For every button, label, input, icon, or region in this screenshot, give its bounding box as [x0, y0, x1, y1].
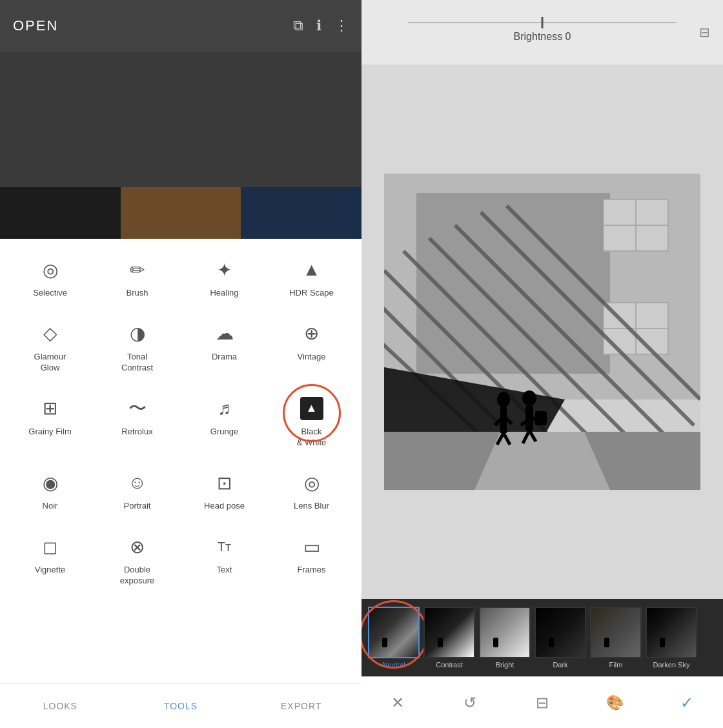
- tool-lens-blur[interactable]: ◎ Lens Blur: [273, 463, 351, 517]
- nav-tools[interactable]: TOOLS: [121, 683, 241, 728]
- selective-icon: [36, 256, 65, 284]
- tool-brush[interactable]: Brush: [99, 250, 176, 304]
- info-icon[interactable]: ℹ: [316, 17, 321, 34]
- bottom-toolbar: ✕ ↺ ⊟ 🎨 ✓: [362, 676, 723, 728]
- image-preview: [0, 52, 362, 239]
- tools-row-2: ◇ GlamourGlow ◑ TonalContrast ☁ Drama ⊕ …: [0, 309, 362, 384]
- filter-film-label: Film: [609, 661, 623, 669]
- retrolux-icon: 〜: [123, 394, 152, 423]
- right-panel: Brightness 0 ⊟: [362, 0, 723, 728]
- filter-darken-sky[interactable]: Darken Sky: [646, 607, 697, 669]
- brush-label: Brush: [127, 288, 148, 299]
- text-icon: Tт: [210, 532, 239, 561]
- tools-row-5: ◻ Vignette ⊗ Doubleexposure Tт Text ▭ Fr…: [0, 522, 362, 597]
- tool-vintage[interactable]: ⊕ Vintage: [273, 314, 351, 379]
- head-pose-icon: ⊡: [210, 469, 239, 497]
- tools-row-1: Selective Brush ✦ Healing ▲ HDR Scape: [0, 245, 362, 309]
- vintage-label: Vintage: [298, 352, 326, 363]
- tonal-contrast-label: TonalContrast: [121, 352, 153, 374]
- filter-contrast[interactable]: Contrast: [423, 607, 475, 669]
- grunge-icon: ♬: [210, 394, 239, 423]
- tools-grid: Selective Brush ✦ Healing ▲ HDR Scape ◇ …: [0, 239, 362, 683]
- tool-selective[interactable]: Selective: [12, 250, 89, 304]
- style-button[interactable]: 🎨: [598, 687, 631, 719]
- tool-tonal-contrast[interactable]: ◑ TonalContrast: [99, 314, 176, 379]
- filter-film-thumb: [590, 607, 642, 658]
- tool-double-exposure[interactable]: ⊗ Doubleexposure: [99, 527, 176, 592]
- tool-grunge[interactable]: ♬ Grunge: [186, 389, 263, 454]
- more-vert-icon[interactable]: ⋮: [334, 17, 349, 34]
- brightness-label: Brightness 0: [514, 31, 571, 43]
- healing-icon: ✦: [210, 256, 239, 284]
- reset-button[interactable]: ↺: [454, 687, 486, 719]
- text-label: Text: [217, 565, 232, 576]
- cancel-button[interactable]: ✕: [382, 687, 414, 719]
- tool-healing[interactable]: ✦ Healing: [186, 250, 263, 304]
- black-white-icon: ▲: [298, 394, 326, 423]
- filter-dark-label: Dark: [553, 661, 567, 669]
- tool-glamour-glow[interactable]: ◇ GlamourGlow: [12, 314, 89, 379]
- tool-frames[interactable]: ▭ Frames: [273, 527, 351, 592]
- tool-hdr-scape[interactable]: ▲ HDR Scape: [273, 250, 351, 304]
- drama-label: Drama: [212, 352, 237, 363]
- nav-looks[interactable]: LOOKS: [0, 683, 121, 728]
- confirm-button[interactable]: ✓: [671, 687, 703, 719]
- svg-point-20: [497, 392, 510, 407]
- svg-rect-32: [535, 411, 547, 425]
- nav-export[interactable]: EXPORT: [241, 683, 362, 728]
- frames-icon: ▭: [298, 532, 326, 561]
- glamour-glow-label: GlamourGlow: [34, 352, 66, 374]
- filter-strip: Neutral Contrast Bright Dark Film: [362, 599, 723, 676]
- filter-neutral[interactable]: Neutral: [368, 607, 420, 669]
- healing-label: Healing: [210, 288, 238, 299]
- tool-grainy-film[interactable]: ⊞ Grainy Film: [12, 389, 89, 454]
- tool-black-white[interactable]: ▲ Black& White: [273, 389, 351, 454]
- filter-darken-sky-thumb: [646, 607, 697, 658]
- header-icons: ⧉ ℹ ⋮: [293, 17, 349, 34]
- svg-point-26: [522, 390, 536, 406]
- noir-icon: ◉: [36, 469, 65, 497]
- layers-icon[interactable]: ⧉: [293, 17, 303, 34]
- selective-label: Selective: [33, 288, 67, 299]
- left-header: OPEN ⧉ ℹ ⋮: [0, 0, 362, 52]
- noir-label: Noir: [43, 501, 58, 512]
- portrait-icon: ☺: [123, 469, 152, 497]
- filter-bright-thumb: [479, 607, 531, 658]
- tool-portrait[interactable]: ☺ Portrait: [99, 463, 176, 517]
- left-panel: OPEN ⧉ ℹ ⋮ Selective Brush: [0, 0, 362, 728]
- drama-icon: ☁: [210, 319, 239, 348]
- filter-bright[interactable]: Bright: [479, 607, 531, 669]
- hdr-scape-icon: ▲: [298, 256, 326, 284]
- filter-contrast-label: Contrast: [436, 661, 463, 669]
- filter-neutral-label: Neutral: [382, 661, 405, 669]
- vignette-label: Vignette: [35, 565, 65, 576]
- tool-text[interactable]: Tт Text: [186, 527, 263, 592]
- tool-drama[interactable]: ☁ Drama: [186, 314, 263, 379]
- glamour-glow-icon: ◇: [36, 319, 65, 348]
- brightness-slider[interactable]: [408, 22, 677, 23]
- app-title: OPEN: [13, 17, 58, 34]
- slider-handle[interactable]: [542, 17, 544, 28]
- tool-noir[interactable]: ◉ Noir: [12, 463, 89, 517]
- lens-blur-icon: ◎: [298, 469, 326, 497]
- retrolux-label: Retrolux: [121, 427, 152, 438]
- tool-head-pose[interactable]: ⊡ Head pose: [186, 463, 263, 517]
- tool-vignette[interactable]: ◻ Vignette: [12, 527, 89, 592]
- grainy-film-icon: ⊞: [36, 394, 65, 423]
- compare-icon[interactable]: ⊟: [699, 25, 710, 40]
- tools-row-3: ⊞ Grainy Film 〜 Retrolux ♬ Grunge ▲ Blac…: [0, 384, 362, 459]
- vignette-icon: ◻: [36, 532, 65, 561]
- head-pose-label: Head pose: [204, 501, 245, 512]
- filter-dark[interactable]: Dark: [535, 607, 586, 669]
- frames-label: Frames: [297, 565, 325, 576]
- filter-film[interactable]: Film: [590, 607, 642, 669]
- adjust-button[interactable]: ⊟: [526, 687, 558, 719]
- portrait-label: Portrait: [124, 501, 151, 512]
- filter-neutral-thumb: [368, 607, 420, 658]
- double-exposure-label: Doubleexposure: [120, 565, 154, 587]
- grunge-label: Grunge: [210, 427, 238, 438]
- bottom-nav: LOOKS TOOLS EXPORT: [0, 683, 362, 728]
- tool-retrolux[interactable]: 〜 Retrolux: [99, 389, 176, 454]
- filter-contrast-thumb: [423, 607, 475, 658]
- main-image-area: [362, 65, 723, 599]
